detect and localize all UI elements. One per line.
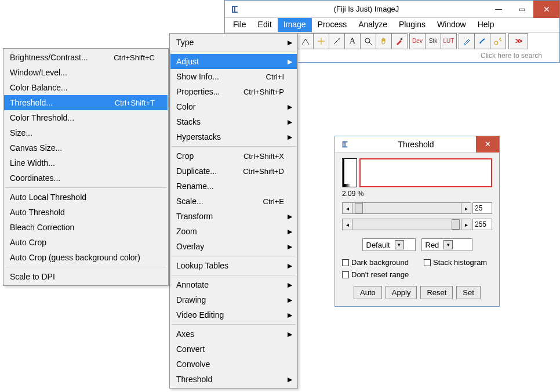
image-menu-annotate[interactable]: Annotate▶ — [170, 277, 297, 292]
histogram-selection — [359, 158, 492, 187]
adjust-menu-size[interactable]: Size... — [4, 125, 168, 140]
menu-file[interactable]: File — [227, 18, 252, 32]
submenu-arrow-icon: ▶ — [288, 213, 292, 220]
brush-icon[interactable] — [474, 33, 490, 49]
menu-separator — [172, 324, 296, 325]
image-menu-video-editing[interactable]: Video Editing▶ — [170, 307, 297, 322]
menu-window[interactable]: Window — [431, 18, 472, 32]
adjust-menu-auto-crop-guess-background-color[interactable]: Auto Crop (guess background color) — [4, 250, 168, 265]
minimize-button[interactable]: — — [487, 1, 510, 18]
more-tools-button[interactable]: >> — [508, 33, 528, 49]
image-menu-adjust[interactable]: Adjust▶ — [170, 54, 297, 69]
threshold-close-button[interactable]: ✕ — [476, 136, 499, 153]
display-combo[interactable]: Red ▾ — [421, 238, 472, 251]
pencil-icon[interactable] — [459, 33, 475, 49]
reset-button[interactable]: Reset — [420, 286, 453, 299]
high-slider-inc[interactable]: ▸ — [461, 219, 471, 230]
image-menu-overlay[interactable]: Overlay▶ — [170, 239, 297, 254]
image-menu-duplicate[interactable]: Duplicate...Ctrl+Shift+D — [170, 164, 297, 179]
dev-button[interactable]: Dev — [409, 33, 426, 49]
image-menu-stacks[interactable]: Stacks▶ — [170, 114, 297, 129]
search-input[interactable]: Click here to search — [481, 52, 556, 60]
wand-icon[interactable] — [329, 33, 345, 49]
menu-separator — [172, 52, 296, 52]
chevron-down-icon: ▾ — [443, 240, 453, 249]
svg-point-8 — [365, 38, 370, 43]
close-button[interactable]: ✕ — [533, 1, 559, 18]
image-menu: Type▶Adjust▶Show Info...Ctrl+IProperties… — [169, 33, 298, 389]
image-menu-zoom[interactable]: Zoom▶ — [170, 224, 297, 239]
method-combo[interactable]: Default ▾ — [362, 238, 416, 251]
dark-background-checkbox[interactable]: Dark background — [342, 258, 409, 267]
image-menu-lookup-tables[interactable]: Lookup Tables▶ — [170, 258, 297, 273]
high-threshold-input[interactable] — [472, 219, 492, 230]
image-menu-convert[interactable]: Convert — [170, 342, 297, 357]
adjust-menu-auto-threshold[interactable]: Auto Threshold — [4, 205, 168, 220]
submenu-arrow-icon: ▶ — [288, 39, 292, 46]
adjust-menu-coordinates[interactable]: Coordinates... — [4, 170, 168, 186]
high-slider-track[interactable] — [352, 219, 461, 230]
apply-button[interactable]: Apply — [386, 286, 417, 299]
menu-analyze[interactable]: Analyze — [352, 18, 393, 32]
low-slider-inc[interactable]: ▸ — [461, 202, 471, 214]
dont-reset-range-checkbox[interactable]: Don't reset range — [342, 270, 409, 279]
dropper-icon[interactable] — [391, 33, 408, 49]
svg-rect-2 — [232, 6, 238, 7]
image-menu-axes[interactable]: Axes▶ — [170, 326, 297, 342]
crosshair-icon[interactable] — [313, 33, 329, 49]
image-menu-threshold[interactable]: Threshold▶ — [170, 372, 297, 387]
hand-icon[interactable] — [376, 33, 392, 49]
low-slider-track[interactable] — [352, 202, 461, 214]
spray-icon[interactable] — [490, 33, 506, 49]
adjust-menu-canvas-size[interactable]: Canvas Size... — [4, 140, 168, 155]
adjust-menu-auto-local-threshold[interactable]: Auto Local Threshold — [4, 190, 168, 205]
image-menu-drawing[interactable]: Drawing▶ — [170, 292, 297, 307]
stack-histogram-checkbox[interactable]: Stack histogram — [424, 258, 487, 267]
adjust-menu-color-threshold[interactable]: Color Threshold... — [4, 110, 168, 125]
image-menu-scale[interactable]: Scale...Ctrl+E — [170, 194, 297, 209]
low-slider-dec[interactable]: ◂ — [342, 202, 352, 214]
magnify-icon[interactable] — [360, 33, 376, 49]
svg-point-13 — [500, 40, 501, 41]
adjust-menu-auto-crop[interactable]: Auto Crop — [4, 235, 168, 250]
image-menu-convolve[interactable]: Convolve — [170, 357, 297, 372]
image-menu-rename[interactable]: Rename... — [170, 179, 297, 194]
angle-icon[interactable] — [297, 33, 314, 49]
maximize-button[interactable]: ▭ — [510, 1, 533, 18]
titlebar[interactable]: (Fiji Is Just) ImageJ — ▭ ✕ — [225, 1, 559, 18]
stk-button[interactable]: Stk — [425, 33, 441, 49]
lut-button[interactable]: LUT — [441, 33, 457, 49]
adjust-submenu: Brightness/Contrast...Ctrl+Shift+CWindow… — [3, 48, 169, 286]
adjust-menu-threshold[interactable]: Threshold...Ctrl+Shift+T — [4, 95, 168, 110]
threshold-titlebar[interactable]: Threshold ✕ — [335, 136, 499, 153]
app-icon — [339, 137, 352, 151]
high-slider-dec[interactable]: ◂ — [342, 219, 352, 230]
menu-image[interactable]: Image — [278, 18, 312, 32]
low-threshold-input[interactable] — [472, 202, 492, 214]
adjust-menu-bleach-correction[interactable]: Bleach Correction — [4, 220, 168, 235]
image-menu-transform[interactable]: Transform▶ — [170, 209, 297, 224]
svg-rect-10 — [401, 38, 402, 40]
adjust-menu-scale-to-dpi[interactable]: Scale to DPI — [4, 269, 168, 284]
adjust-menu-brightness-contrast[interactable]: Brightness/Contrast...Ctrl+Shift+C — [4, 50, 168, 65]
histogram-frame — [342, 158, 357, 187]
menu-plugins[interactable]: Plugins — [393, 18, 431, 32]
menu-help[interactable]: Help — [472, 18, 500, 32]
image-menu-crop[interactable]: CropCtrl+Shift+X — [170, 148, 297, 164]
app-icon — [228, 2, 242, 16]
window-controls: — ▭ ✕ — [487, 1, 559, 18]
image-menu-type[interactable]: Type▶ — [170, 35, 297, 50]
threshold-percent: 2.09 % — [342, 190, 492, 198]
set-button[interactable]: Set — [456, 286, 481, 299]
image-menu-show-info[interactable]: Show Info...Ctrl+I — [170, 69, 297, 84]
auto-button[interactable]: Auto — [354, 286, 382, 299]
adjust-menu-window-level[interactable]: Window/Level... — [4, 65, 168, 80]
image-menu-hyperstacks[interactable]: Hyperstacks▶ — [170, 129, 297, 144]
adjust-menu-line-width[interactable]: Line Width... — [4, 155, 168, 170]
adjust-menu-color-balance[interactable]: Color Balance... — [4, 80, 168, 95]
text-icon[interactable]: A — [344, 33, 361, 49]
menu-process[interactable]: Process — [312, 18, 353, 32]
menu-edit[interactable]: Edit — [252, 18, 278, 32]
image-menu-color[interactable]: Color▶ — [170, 99, 297, 114]
image-menu-properties[interactable]: Properties...Ctrl+Shift+P — [170, 84, 297, 99]
